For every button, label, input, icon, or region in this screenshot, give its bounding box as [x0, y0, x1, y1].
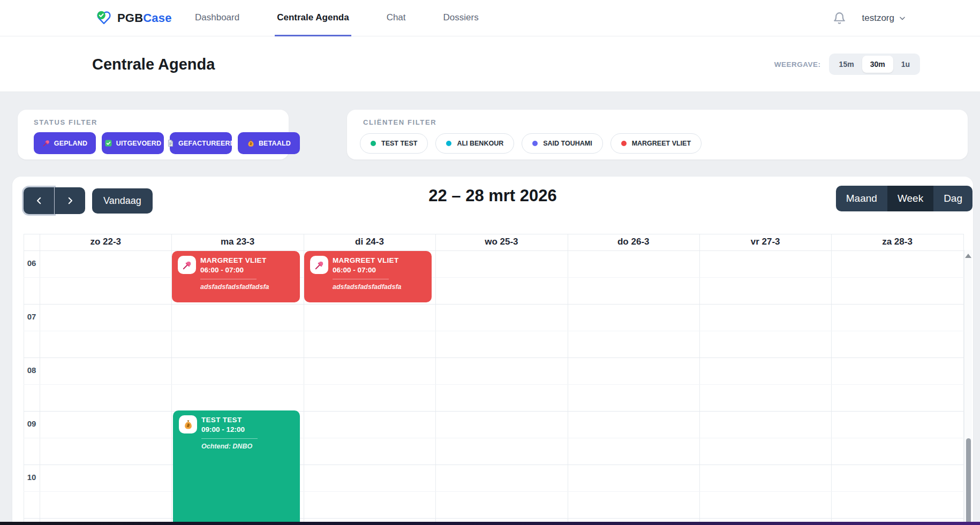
scrollbar-up-arrow[interactable]	[965, 254, 971, 258]
status-filter-betaald-label: BETAALD	[259, 140, 291, 147]
status-filter-betaald-button[interactable]: BETAALD	[238, 132, 300, 154]
status-filter-buttons: GEPLAND UITGEVOERD GEFACTUREERD BETAALD	[34, 132, 300, 154]
client-pill-label: ALI BENKOUR	[457, 140, 503, 147]
top-navbar: PGBCase Dashboard Centrale Agenda Chat D…	[0, 0, 980, 36]
document-icon	[167, 139, 175, 147]
status-filter-uitgevoerd-button[interactable]: UITGEVOERD	[102, 132, 164, 154]
event-header: TEST TEST 09:00 - 12:00	[179, 415, 294, 433]
time-label-10: 10	[24, 473, 40, 482]
status-filter-gepland-button[interactable]: GEPLAND	[34, 132, 96, 154]
event-description: adsfadsfadsfadfadsfa	[333, 283, 426, 291]
pushpin-icon	[178, 256, 196, 274]
calendar-view-switch: Maand Week Dag	[836, 186, 973, 211]
pushpin-icon	[310, 256, 328, 274]
client-pill-margreet-vliet[interactable]: MARGREET VLIET	[610, 133, 702, 154]
client-pill-label: MARGREET VLIET	[632, 140, 691, 147]
main-nav: Dashboard Centrale Agenda Chat Dossiers	[193, 0, 481, 36]
day-header-do: do 26-3	[568, 234, 699, 250]
event-divider	[200, 279, 257, 279]
event-header: MARGREET VLIET 06:00 - 07:00	[310, 256, 426, 274]
day-header-zo: zo 22-3	[40, 234, 171, 250]
bottom-accent-bar	[0, 522, 980, 525]
scrollbar-thumb[interactable]	[966, 438, 971, 525]
event-test-test-ma[interactable]: TEST TEST 09:00 - 12:00 Ochtend: DNBO	[173, 410, 300, 525]
account-menu[interactable]: testzorg	[862, 13, 906, 24]
money-bag-icon	[179, 415, 197, 433]
client-filter-pills: TEST TEST ALI BENKOUR SAID TOUHAMI MARGR…	[360, 133, 702, 154]
status-filter-uitgevoerd-label: UITGEVOERD	[116, 140, 162, 147]
pushpin-icon	[42, 139, 50, 147]
client-dot	[446, 141, 451, 146]
day-header-row: zo 22-3 ma 23-3 di 24-3 wo 25-3 do 26-3 …	[40, 234, 963, 250]
event-time-range: 06:00 - 07:00	[200, 266, 266, 274]
event-description: Ochtend: DNBO	[201, 443, 294, 450]
account-name: testzorg	[862, 13, 894, 24]
navbar-right: testzorg	[833, 0, 906, 36]
client-dot	[371, 141, 376, 146]
weergave-label: WEERGAVE:	[774, 60, 821, 69]
status-filter-gepland-label: GEPLAND	[54, 140, 88, 147]
interval-option-15m[interactable]: 15m	[831, 56, 862, 73]
day-header-za: za 28-3	[831, 234, 963, 250]
client-dot	[621, 141, 627, 146]
client-pill-ali-benkour[interactable]: ALI BENKOUR	[435, 133, 514, 154]
event-margreet-vliet-ma[interactable]: MARGREET VLIET 06:00 - 07:00 adsfadsfads…	[172, 251, 300, 302]
view-week-button[interactable]: Week	[887, 186, 933, 211]
status-filter-gefactureerd-label: GEFACTUREERD	[178, 140, 235, 147]
day-header-di: di 24-3	[304, 234, 435, 250]
page-title: Centrale Agenda	[92, 55, 215, 73]
event-divider	[333, 279, 389, 279]
event-client-name: TEST TEST	[201, 415, 245, 424]
time-label-07: 07	[24, 312, 40, 321]
day-header-ma: ma 23-3	[171, 234, 303, 250]
money-bag-icon	[247, 139, 255, 147]
day-header-wo: wo 25-3	[435, 234, 567, 250]
app-logo-text: PGBCase	[117, 11, 172, 25]
chevron-down-icon	[899, 14, 906, 22]
event-client-name: MARGREET VLIET	[333, 256, 398, 264]
calendar-title: 22 – 28 mrt 2026	[12, 186, 973, 206]
weergave-controls: WEERGAVE: 15m 30m 1u	[774, 36, 920, 92]
status-filter-card: STATUS FILTER GEPLAND UITGEVOERD GEFACTU…	[18, 110, 289, 159]
nav-item-dossiers[interactable]: Dossiers	[441, 0, 481, 36]
time-label-06: 06	[24, 258, 40, 268]
interval-toggle: 15m 30m 1u	[829, 54, 920, 75]
view-dag-button[interactable]: Dag	[933, 186, 973, 211]
client-filter-title: CLIËNTEN FILTER	[363, 118, 436, 126]
client-pill-test-test[interactable]: TEST TEST	[360, 133, 428, 154]
event-time-range: 09:00 - 12:00	[201, 425, 245, 433]
calendar-card: Vandaag 22 – 28 mrt 2026 Maand Week Dag …	[12, 177, 973, 525]
time-label-08: 08	[24, 366, 40, 375]
nav-item-dashboard[interactable]: Dashboard	[193, 0, 242, 36]
app-logo[interactable]: PGBCase	[95, 0, 172, 36]
status-filter-title: STATUS FILTER	[34, 118, 97, 126]
grid-slots[interactable]	[24, 251, 964, 525]
nav-item-centrale-agenda[interactable]: Centrale Agenda	[275, 0, 351, 36]
client-pill-said-touhami[interactable]: SAID TOUHAMI	[522, 133, 602, 154]
calendar-grid	[24, 234, 964, 525]
event-margreet-vliet-di[interactable]: MARGREET VLIET 06:00 - 07:00 adsfadsfads…	[304, 251, 432, 302]
status-filter-gefactureerd-button[interactable]: GEFACTUREERD	[170, 132, 232, 154]
event-client-name: MARGREET VLIET	[200, 256, 266, 264]
event-header: MARGREET VLIET 06:00 - 07:00	[178, 256, 294, 274]
event-divider	[201, 438, 258, 439]
interval-option-30m[interactable]: 30m	[862, 56, 893, 73]
day-header-vr: vr 27-3	[699, 234, 831, 250]
view-maand-button[interactable]: Maand	[836, 186, 887, 211]
bell-icon[interactable]	[833, 12, 846, 25]
check-icon	[104, 139, 112, 147]
client-pill-label: SAID TOUHAMI	[543, 140, 592, 147]
event-description: adsfadsfadsfadfadsfa	[200, 283, 294, 291]
shield-check-icon	[95, 10, 112, 27]
time-label-09: 09	[24, 419, 40, 428]
event-time-range: 06:00 - 07:00	[333, 266, 398, 274]
client-pill-label: TEST TEST	[381, 140, 417, 147]
client-dot	[532, 141, 538, 146]
interval-option-1u[interactable]: 1u	[893, 56, 918, 73]
client-filter-card: CLIËNTEN FILTER TEST TEST ALI BENKOUR SA…	[347, 110, 968, 159]
nav-item-chat[interactable]: Chat	[385, 0, 408, 36]
calendar-scrollbar[interactable]	[964, 250, 972, 525]
page-header: Centrale Agenda WEERGAVE: 15m 30m 1u	[0, 36, 980, 92]
